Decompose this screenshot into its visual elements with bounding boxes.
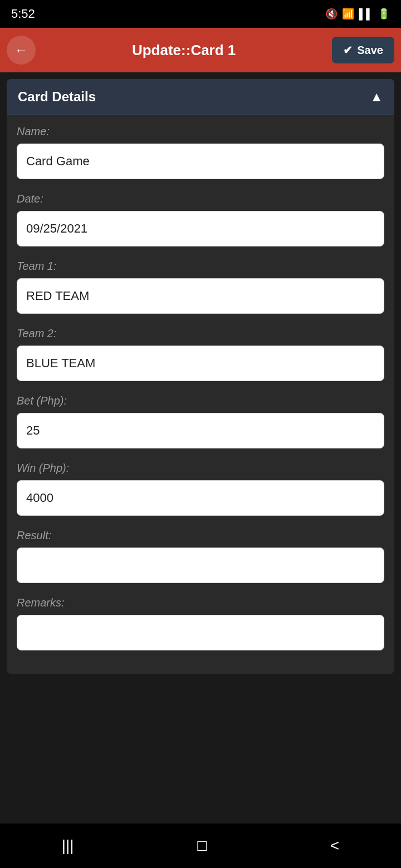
status-bar: 5:52 🔇 📶 ▌▌ 🔋: [0, 0, 401, 28]
input-team1[interactable]: [17, 278, 384, 314]
form-group-win: Win (Php):: [17, 462, 384, 516]
form-body: Name:Date:Team 1:Team 2:Bet (Php):Win (P…: [7, 115, 394, 674]
input-result[interactable]: [17, 548, 384, 583]
input-name[interactable]: [17, 144, 384, 179]
mute-icon: 🔇: [325, 8, 338, 20]
label-win: Win (Php):: [17, 462, 384, 475]
chevron-up-icon: ▲: [370, 89, 383, 105]
form-group-team2: Team 2:: [17, 327, 384, 381]
form-group-name: Name:: [17, 125, 384, 179]
card-section: Card Details ▲ Name:Date:Team 1:Team 2:B…: [7, 79, 394, 674]
label-name: Name:: [17, 125, 384, 138]
wifi-icon: 📶: [342, 8, 354, 20]
bottom-nav: ||| □ <: [0, 823, 401, 868]
form-group-date: Date:: [17, 193, 384, 246]
label-bet: Bet (Php):: [17, 394, 384, 407]
battery-icon: 🔋: [378, 8, 390, 20]
back-nav-icon[interactable]: <: [330, 837, 339, 855]
input-date[interactable]: [17, 211, 384, 246]
save-label: Save: [357, 44, 383, 57]
input-bet[interactable]: [17, 413, 384, 448]
back-button[interactable]: ←: [7, 36, 36, 65]
app-bar: ← Update::Card 1 ✔ Save: [0, 28, 401, 72]
label-result: Result:: [17, 529, 384, 542]
form-group-bet: Bet (Php):: [17, 394, 384, 448]
save-button[interactable]: ✔ Save: [332, 37, 394, 63]
label-remarks: Remarks:: [17, 596, 384, 609]
input-win[interactable]: [17, 480, 384, 516]
back-icon: ←: [14, 42, 28, 58]
status-icons: 🔇 📶 ▌▌ 🔋: [325, 8, 390, 20]
home-icon[interactable]: □: [197, 837, 207, 855]
input-remarks[interactable]: [17, 615, 384, 650]
label-team1: Team 1:: [17, 260, 384, 273]
app-bar-title: Update::Card 1: [36, 42, 332, 59]
form-group-result: Result:: [17, 529, 384, 583]
signal-icon: ▌▌: [359, 8, 373, 20]
label-team2: Team 2:: [17, 327, 384, 340]
status-time: 5:52: [11, 7, 35, 21]
input-team2[interactable]: [17, 346, 384, 381]
form-group-team1: Team 1:: [17, 260, 384, 314]
check-icon: ✔: [343, 43, 353, 57]
recent-apps-icon[interactable]: |||: [62, 837, 74, 855]
card-header[interactable]: Card Details ▲: [7, 79, 394, 115]
form-group-remarks: Remarks:: [17, 596, 384, 650]
card-header-title: Card Details: [18, 89, 96, 105]
label-date: Date:: [17, 193, 384, 205]
